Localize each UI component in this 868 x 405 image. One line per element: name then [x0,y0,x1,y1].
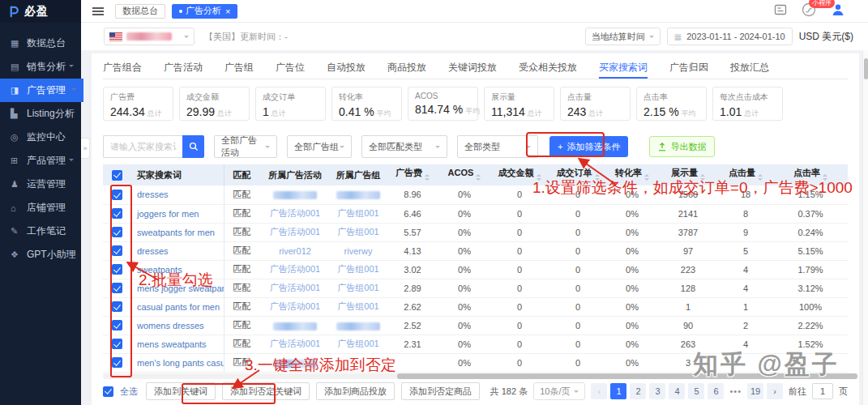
page-button-4[interactable]: 4 [669,383,685,399]
miniprogram-icon[interactable]: 小程序 [802,2,816,20]
cell-campaign[interactable]: 广告活动001 [259,279,331,297]
page-button-5[interactable]: 5 [688,383,704,399]
action-button-添加到商品投放[interactable]: 添加到商品投放 [316,382,395,400]
sidebar-item-operations-management[interactable]: ♟运营管理 [0,173,81,196]
sidebar-item-monitor-center[interactable]: ◎监控中心 [0,126,81,149]
filter-dropdown[interactable]: 全部广告活动 [214,135,277,158]
sidebar-item-store-management[interactable]: ⌂店铺管理 [0,196,81,220]
sidebar-item-work-notes[interactable]: ✎工作笔记 [0,220,81,243]
cell-group[interactable]: 广告组001 [331,335,386,353]
column-header[interactable]: 广告费 [386,164,439,185]
search-input[interactable] [103,135,182,158]
cell-group[interactable]: 广告组001 [331,223,386,241]
cell-campaign[interactable]: river012 [259,241,331,260]
store-selector[interactable] [104,28,195,45]
search-term-link[interactable]: casual pants for men [130,297,224,316]
menu-toggle-icon[interactable] [92,11,104,12]
tab-自动投放[interactable]: 自动投放 [327,61,366,79]
page-button-6[interactable]: 6 [708,383,724,399]
row-checkbox[interactable] [112,245,122,256]
row-checkbox[interactable] [112,264,122,275]
cell-campaign[interactable]: 广告活动001 [259,335,331,353]
row-checkbox[interactable] [112,190,122,200]
cell-group[interactable]: 广告组001 [331,260,386,279]
tab-广告归因[interactable]: 广告归因 [669,61,708,79]
search-term-link[interactable]: womens dresses [130,316,224,335]
row-checkbox[interactable] [112,301,122,312]
horizontal-scrollbar-thumb[interactable] [397,373,857,379]
column-header[interactable]: 展示量 [658,164,718,185]
workspace-tab[interactable]: 广告分析× [172,4,237,19]
column-header[interactable]: ACOS [439,164,490,185]
sidebar-item-data-center[interactable]: ▦数据总台 [0,32,81,55]
page-button-19[interactable]: 19 [747,383,763,399]
search-term-link[interactable]: sweatpants for men [130,223,224,241]
column-header[interactable]: 点击量 [718,164,773,185]
column-header[interactable]: 转化率 [606,164,658,185]
select-all-checkbox[interactable] [103,386,113,397]
page-button-2[interactable]: 2 [630,383,646,399]
tab-广告活动[interactable]: 广告活动 [164,61,203,79]
time-type-select[interactable]: 当地结算时间 [585,28,661,45]
brand-logo[interactable]: 必盈 [0,0,81,23]
sidebar-item-ad-management[interactable]: ◨广告管理 [0,79,83,102]
cell-group[interactable]: riverwy [331,241,386,260]
tab-买家搜索词[interactable]: 买家搜索词 [599,61,648,79]
action-button-添加到关键词[interactable]: 添加到关键词 [146,382,216,400]
cell-campaign[interactable]: 广告活动001 [259,297,331,316]
row-checkbox[interactable] [112,208,122,219]
sort-icon[interactable] [644,172,649,183]
sort-icon[interactable] [823,172,827,183]
tab-关键词投放[interactable]: 关键词投放 [448,61,497,79]
page-button-1[interactable]: 1 [610,383,626,399]
tab-商品投放[interactable]: 商品投放 [387,61,426,79]
close-tab-icon[interactable]: × [225,6,230,16]
action-button-添加到否定商品[interactable]: 添加到否定商品 [401,382,480,400]
tab-广告组[interactable]: 广告组 [224,61,254,79]
sidebar-item-sales-analysis[interactable]: ▤销售分析 [0,55,81,79]
row-checkbox[interactable] [112,283,122,293]
sort-icon[interactable] [537,172,541,183]
sidebar-item-listing-analysis[interactable]: ▙Listing分析 [0,102,81,126]
cell-group[interactable]: 广告组001 [331,204,386,223]
sort-icon[interactable] [595,172,600,183]
vertical-scrollbar-thumb[interactable] [864,58,868,79]
sort-icon[interactable] [476,172,481,183]
cell-group[interactable]: 广告组001 [331,297,386,316]
row-checkbox[interactable] [112,339,122,349]
page-size-select[interactable]: 10条/页 [533,382,585,400]
sort-icon[interactable] [425,172,430,183]
cell-campaign[interactable]: 广告活动001 [259,223,331,241]
tab-受众相关投放[interactable]: 受众相关投放 [519,61,577,79]
row-checkbox[interactable] [112,227,122,237]
search-term-link[interactable]: mens sweatpants [130,335,224,353]
column-header[interactable]: 成交金额 [490,164,549,185]
tab-广告组合[interactable]: 广告组合 [103,61,142,79]
search-term-link[interactable]: dresses [130,185,224,204]
cell-group[interactable]: 广告组001 [331,279,386,297]
filter-dropdown[interactable]: 全部广告组 [287,135,352,158]
workspace-tab[interactable]: 数据总台 [115,4,165,19]
add-filter-button[interactable]: +添加筛选条件 [549,136,628,157]
action-button-添加到否定关键词[interactable]: 添加到否定关键词 [222,382,310,400]
export-button[interactable]: 导出数据 [649,136,715,157]
filter-dropdown[interactable]: 全部匹配类型 [361,135,447,158]
sort-icon[interactable] [758,172,763,183]
search-term-link[interactable]: joggers for men [130,204,224,223]
prev-page-button[interactable]: ‹ [591,383,607,399]
tab-广告位[interactable]: 广告位 [276,61,305,79]
form-icon[interactable] [774,3,787,19]
column-header[interactable]: 点击率 [773,164,848,185]
header-checkbox[interactable] [112,170,122,181]
search-term-link[interactable]: sweatpants [130,260,224,279]
cell-campaign[interactable]: 广告活动001 [259,260,331,279]
goto-page-input[interactable] [812,383,833,399]
sidebar-item-product-management[interactable]: ⊞产品管理 [0,149,81,173]
sidebar-expand-handle[interactable]: » [81,138,90,159]
page-button-3[interactable]: 3 [649,383,665,399]
search-term-link[interactable]: mens jogger sweatpants [130,279,224,297]
sidebar-item-gpt-assistant[interactable]: ❖GPT小助理 [0,243,81,266]
tab-投放汇总[interactable]: 投放汇总 [730,61,769,79]
cell-campaign[interactable]: 广告活动001 [259,204,331,223]
sort-icon[interactable] [700,172,705,183]
